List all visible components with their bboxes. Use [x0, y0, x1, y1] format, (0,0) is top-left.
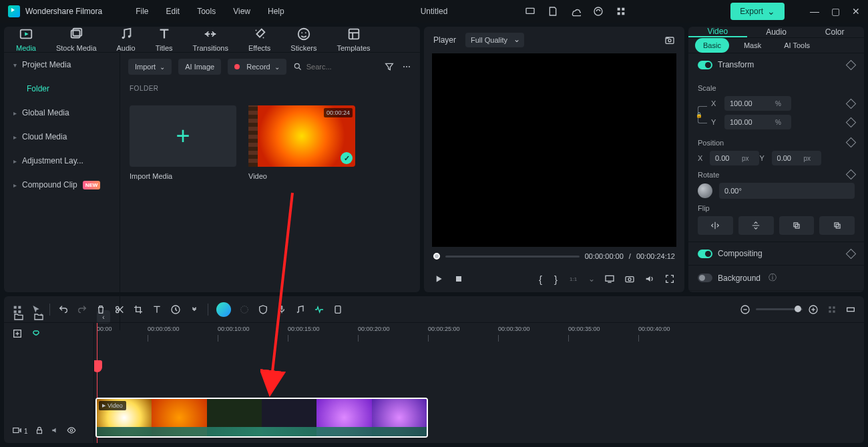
- magic-cut-icon[interactable]: [239, 304, 250, 315]
- menu-edit[interactable]: Edit: [166, 7, 180, 16]
- menu-file[interactable]: File: [136, 7, 148, 16]
- background-toggle[interactable]: [698, 274, 712, 282]
- compositing-keyframe[interactable]: [846, 248, 857, 259]
- subtab-mask[interactable]: Mask: [736, 38, 769, 53]
- transform-keyframe-icon[interactable]: [846, 59, 857, 70]
- import-media-tile[interactable]: + Import Media: [130, 105, 236, 180]
- zoom-in-icon[interactable]: [808, 304, 819, 315]
- lock-track-icon[interactable]: [35, 426, 44, 435]
- import-button[interactable]: Import⌄: [128, 59, 172, 75]
- compositing-toggle[interactable]: [698, 250, 712, 258]
- tab-templates[interactable]: Templates: [337, 27, 370, 52]
- undo-icon[interactable]: [58, 304, 69, 315]
- zoom-out-icon[interactable]: [740, 304, 750, 315]
- rotate-knob[interactable]: [698, 183, 712, 198]
- tab-transitions[interactable]: Transitions: [193, 27, 228, 52]
- transform-toggle[interactable]: [698, 61, 712, 69]
- zoom-slider[interactable]: [756, 308, 803, 310]
- marker-icon[interactable]: [333, 304, 343, 315]
- tab-titles[interactable]: Titles: [156, 27, 173, 52]
- mark-in-icon[interactable]: {: [537, 274, 544, 285]
- tab-effects[interactable]: Effects: [248, 27, 270, 52]
- sidebar-item-compound-clip[interactable]: ▸Compound ClipNEW: [4, 173, 120, 197]
- save-icon[interactable]: [548, 6, 558, 17]
- ai-assistant-icon[interactable]: [216, 302, 231, 317]
- beat-icon[interactable]: [314, 304, 324, 315]
- filter-icon[interactable]: [384, 61, 395, 72]
- timeline-clip[interactable]: Video: [95, 398, 428, 438]
- screen-icon[interactable]: [525, 6, 535, 17]
- timeline-ruler[interactable]: 00:00 00:00:05:00 00:00:10:00 00:00:15:0…: [94, 323, 864, 344]
- lock-aspect-icon[interactable]: [698, 106, 707, 123]
- camera-icon[interactable]: [624, 274, 635, 284]
- music-icon[interactable]: [295, 304, 306, 315]
- apps-icon[interactable]: [616, 6, 626, 17]
- scale-x-input[interactable]: [724, 96, 791, 111]
- ai-image-button[interactable]: AI Image: [178, 59, 221, 75]
- copy-button[interactable]: [779, 216, 815, 235]
- tab-media[interactable]: Media: [16, 27, 36, 52]
- pos-x-input[interactable]: [710, 151, 759, 165]
- delete-icon[interactable]: [95, 304, 106, 315]
- stop-icon[interactable]: [453, 274, 464, 284]
- tab-stock-media[interactable]: Stock Media: [56, 27, 97, 52]
- menu-tools[interactable]: Tools: [197, 7, 216, 16]
- sidebar-header[interactable]: ▾Project Media: [4, 53, 120, 77]
- position-keyframe[interactable]: [846, 137, 857, 147]
- flip-horizontal-button[interactable]: [698, 216, 733, 235]
- record-button[interactable]: Record⌄: [228, 59, 286, 75]
- support-icon[interactable]: [593, 6, 604, 17]
- pos-y-input[interactable]: [772, 151, 821, 165]
- search-input[interactable]: [293, 62, 377, 71]
- track-video-icon[interactable]: [12, 426, 21, 435]
- volume-icon[interactable]: [644, 274, 655, 284]
- prop-tab-color[interactable]: Color: [805, 27, 864, 37]
- sidebar-item-global-media[interactable]: ▸Global Media: [4, 101, 120, 125]
- flip-vertical-button[interactable]: [738, 216, 774, 235]
- hide-track-icon[interactable]: [67, 426, 76, 435]
- quality-select[interactable]: Full Quality: [465, 33, 524, 47]
- play-icon[interactable]: [433, 274, 444, 284]
- cursor-icon[interactable]: [31, 304, 41, 315]
- sidebar-item-cloud-media[interactable]: ▸Cloud Media: [4, 125, 120, 149]
- crop-preview-icon[interactable]: 1:1: [568, 274, 579, 284]
- sidebar-item-folder[interactable]: Folder: [4, 77, 120, 101]
- snapshot-icon[interactable]: [664, 35, 675, 45]
- maximize-button[interactable]: ▢: [831, 6, 840, 17]
- grid-icon[interactable]: [12, 304, 23, 315]
- scale-y-input[interactable]: [724, 115, 791, 129]
- split-icon[interactable]: [114, 304, 125, 315]
- prop-tab-audio[interactable]: Audio: [747, 27, 806, 37]
- scale-y-keyframe[interactable]: [846, 117, 857, 127]
- view-apps-icon[interactable]: [827, 304, 837, 315]
- display-icon[interactable]: [604, 274, 615, 284]
- tab-stickers[interactable]: Stickers: [290, 27, 316, 52]
- add-track-icon[interactable]: [12, 328, 23, 339]
- scrub-handle[interactable]: [433, 253, 440, 260]
- menu-view[interactable]: View: [233, 7, 250, 16]
- sidebar-item-adjustment-layer[interactable]: ▸Adjustment Lay...: [4, 149, 120, 173]
- scale-x-keyframe[interactable]: [846, 98, 857, 109]
- mark-out-icon[interactable]: }: [553, 274, 559, 285]
- redo-icon[interactable]: [77, 304, 87, 315]
- preview-viewport[interactable]: [432, 53, 676, 247]
- mic-icon[interactable]: [276, 304, 287, 315]
- export-button[interactable]: Export: [730, 3, 785, 20]
- more-tools-icon[interactable]: [189, 304, 200, 315]
- minimize-button[interactable]: —: [810, 6, 819, 17]
- rotate-keyframe[interactable]: [846, 169, 857, 179]
- menu-help[interactable]: Help: [268, 7, 284, 16]
- scrub-track[interactable]: [445, 256, 580, 258]
- shield-icon[interactable]: [258, 304, 268, 315]
- more-icon[interactable]: [401, 61, 412, 72]
- fullscreen-icon[interactable]: [664, 274, 675, 284]
- text-icon[interactable]: [152, 304, 162, 315]
- close-button[interactable]: ✕: [852, 6, 860, 17]
- link-icon[interactable]: [31, 328, 41, 339]
- speed-icon[interactable]: [170, 304, 181, 315]
- cloud-icon[interactable]: [570, 6, 581, 17]
- mute-track-icon[interactable]: [51, 426, 60, 435]
- tab-audio[interactable]: Audio: [117, 27, 136, 52]
- subtab-ai-tools[interactable]: AI Tools: [776, 38, 818, 53]
- rotate-input[interactable]: [719, 183, 855, 199]
